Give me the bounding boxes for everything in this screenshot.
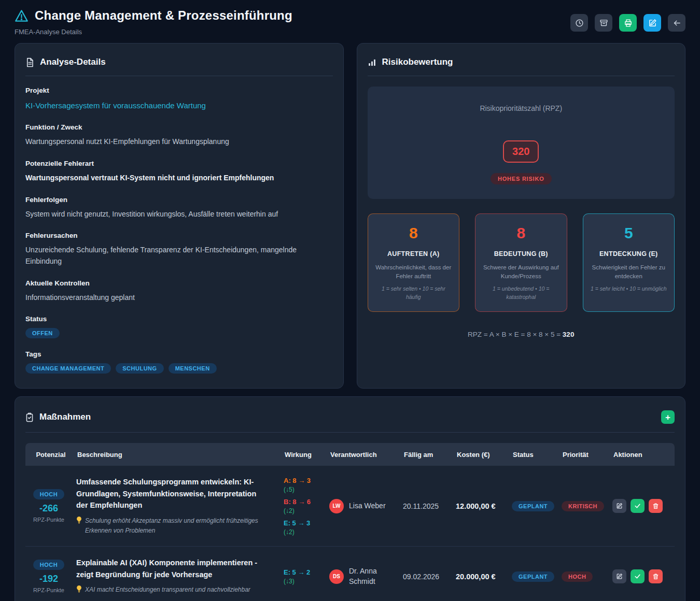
- edit-measure-button[interactable]: [612, 499, 626, 513]
- page-title: Change Management & Prozesseinführung: [35, 8, 292, 23]
- cost-value: 12.000,00 €: [456, 502, 512, 510]
- cost-value: 20.000,00 €: [456, 573, 512, 581]
- field-label: Status: [25, 315, 333, 323]
- risk-panel-title: Risikobewertung: [382, 57, 453, 67]
- col-wirkung: Wirkung: [284, 451, 329, 459]
- formula-text: RPZ = A × B × E = 8 × 8 × 5 =: [468, 331, 563, 338]
- priority-badge: KRITISCH: [562, 501, 604, 511]
- rpz-formula: RPZ = A × B × E = 8 × 8 × 5 = 320: [368, 331, 675, 338]
- arrow-left-icon: [673, 19, 681, 27]
- measure-note: XAI macht Entscheidungen transparent und…: [85, 585, 250, 596]
- check-icon: [634, 573, 641, 580]
- measure-description: Explainable AI (XAI) Komponente implemen…: [76, 557, 268, 580]
- potential-badge: HOCH: [33, 560, 64, 570]
- edit-button[interactable]: [643, 14, 661, 32]
- effect-a: A: 8 → 3: [284, 477, 325, 484]
- measure-status-badge: GEPLANT: [512, 501, 554, 511]
- due-date: 09.02.2026: [403, 573, 456, 581]
- measures-panel-title: Maßnahmen: [39, 412, 91, 422]
- add-measure-button[interactable]: +: [661, 410, 675, 424]
- measures-panel: Maßnahmen + Potenzial Beschreibung Wirku…: [15, 396, 685, 601]
- field-label: Projekt: [25, 87, 333, 94]
- effect-e-delta: (↓3): [284, 578, 325, 585]
- complete-measure-button[interactable]: [631, 499, 645, 513]
- field-label: Fehlerursachen: [25, 232, 326, 239]
- rpz-value: 320: [503, 140, 539, 163]
- field-value: Unzureichende Schulung, fehlende Transpa…: [25, 245, 326, 267]
- potential-unit: RPZ-Punkte: [25, 587, 72, 593]
- col-kosten: Kosten (€): [456, 451, 512, 459]
- document-icon: [25, 58, 34, 67]
- field-label: Aktuelle Kontrollen: [25, 279, 333, 287]
- potential-unit: RPZ-Punkte: [25, 517, 72, 523]
- col-status: Status: [512, 451, 562, 459]
- effect-e: E: 5 → 3: [284, 519, 325, 527]
- back-button[interactable]: [668, 14, 685, 32]
- analysis-details-panel: Analyse-Details Projekt KI-Vorhersagesys…: [15, 43, 344, 389]
- delete-measure-button[interactable]: [649, 499, 663, 513]
- field-tags: Tags CHANGE MANAGEMENT SCHULUNG MENSCHEN: [25, 350, 333, 374]
- archive-button[interactable]: [595, 14, 612, 32]
- clock-icon: [575, 19, 584, 27]
- delete-measure-button[interactable]: [649, 569, 663, 583]
- table-row: HOCH -192 RPZ-Punkte Explainable AI (XAI…: [25, 547, 675, 601]
- score-description: Schwierigkeit den Fehler zu entdecken: [591, 263, 667, 280]
- risk-level-badge: HOHES RISIKO: [491, 173, 552, 184]
- score-card-bedeutung: 8 BEDEUTUNG (B) Schwere der Auswirkung a…: [475, 213, 567, 312]
- effect-cell: E: 5 → 2 (↓3): [284, 568, 329, 585]
- score-description: Schwere der Auswirkung auf Kunde/Prozess: [483, 263, 559, 280]
- complete-measure-button[interactable]: [631, 569, 645, 583]
- effect-e: E: 5 → 2: [284, 568, 325, 576]
- field-fehlerart: Potenzielle Fehlerart Wartungspersonal v…: [25, 160, 333, 184]
- score-scale: 1 = sehr leicht • 10 = unmöglich: [591, 285, 667, 293]
- printer-icon: [624, 19, 633, 27]
- effect-b-delta: (↓2): [284, 507, 325, 514]
- archive-icon: [599, 19, 608, 27]
- bar-chart-icon: [368, 58, 376, 67]
- print-button[interactable]: [619, 14, 637, 32]
- trash-icon: [652, 503, 659, 509]
- potential-badge: HOCH: [33, 489, 64, 499]
- page-header: Change Management & Prozesseinführung FM…: [15, 8, 685, 36]
- header-toolbar: [570, 14, 685, 32]
- col-potenzial: Potenzial: [25, 451, 76, 459]
- lightbulb-icon: [76, 585, 82, 596]
- score-cards: 8 AUFTRETEN (A) Wahrscheinlichkeit, dass…: [368, 213, 675, 312]
- status-badge: OFFEN: [25, 328, 60, 338]
- page-subtitle: FMEA-Analyse Details: [15, 28, 292, 36]
- effect-b: B: 8 → 6: [284, 498, 325, 506]
- measure-description: Umfassende Schulungsprogramm entwickeln:…: [76, 476, 268, 511]
- table-header-row: Potenzial Beschreibung Wirkung Verantwor…: [25, 443, 675, 466]
- priority-badge: HOCH: [562, 571, 593, 582]
- project-link[interactable]: KI-Vorhersagesystem für vorausschauende …: [25, 99, 333, 111]
- col-prioritaet: Priorität: [562, 451, 612, 459]
- col-beschreibung: Beschreibung: [76, 451, 284, 459]
- lightbulb-icon: [76, 517, 82, 536]
- owner-name: Dr. Anna Schmidt: [349, 566, 390, 586]
- check-icon: [634, 503, 641, 509]
- col-aktionen: Aktionen: [612, 451, 667, 459]
- score-name: AUFTRETEN (A): [375, 250, 452, 257]
- edit-pencil-icon: [648, 19, 657, 27]
- measure-status-badge: GEPLANT: [512, 571, 554, 582]
- effect-e-delta: (↓2): [284, 528, 325, 536]
- effect-a-delta: (↓5): [284, 486, 325, 493]
- col-verantwortlich: Verantwortlich: [329, 451, 403, 459]
- score-card-auftreten: 8 AUFTRETEN (A) Wahrscheinlichkeit, dass…: [368, 213, 460, 312]
- field-value: System wird nicht genutzt, Investition w…: [25, 209, 333, 220]
- due-date: 20.11.2025: [403, 502, 456, 510]
- field-fehlerfolgen: Fehlerfolgen System wird nicht genutzt, …: [25, 196, 333, 220]
- field-label: Tags: [25, 350, 333, 358]
- score-card-entdeckung: 5 ENTDECKUNG (E) Schwierigkeit den Fehle…: [583, 213, 675, 312]
- avatar: LW: [329, 499, 344, 513]
- field-label: Fehlerfolgen: [25, 196, 333, 204]
- history-button[interactable]: [570, 14, 588, 32]
- rpz-card: Risikoprioritätszahl (RPZ) 320 HOHES RIS…: [368, 87, 675, 199]
- edit-measure-button[interactable]: [612, 569, 626, 583]
- formula-result: 320: [563, 331, 575, 338]
- pencil-square-icon: [616, 573, 623, 580]
- effect-cell: A: 8 → 3 (↓5) B: 8 → 6 (↓2) E: 5 → 3 (↓2…: [284, 477, 329, 536]
- owner-name: Lisa Weber: [349, 501, 386, 511]
- pencil-square-icon: [616, 503, 623, 509]
- trash-icon: [652, 573, 659, 580]
